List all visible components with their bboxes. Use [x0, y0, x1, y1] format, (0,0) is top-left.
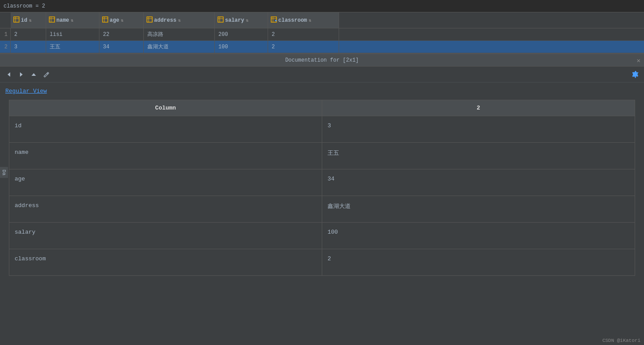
row-num-2: 2 — [0, 41, 11, 53]
detail-row[interactable]: id 3 — [9, 116, 635, 143]
svg-rect-15 — [271, 17, 277, 22]
detail-col-name: salary — [9, 223, 322, 249]
main-container: classroom = 2 id ⇅ — [0, 0, 644, 345]
data-rows: 1 2 lisi 22 高凉路 200 2 2 3 王五 34 鑫湖大道 100… — [0, 28, 644, 53]
col-header-id[interactable]: id ⇅ — [11, 12, 46, 28]
cell-salary-1: 200 — [215, 28, 268, 40]
doc-panel: Documentation for [2x1] ✕ — [0, 53, 644, 345]
cell-salary-2: 100 — [215, 41, 268, 53]
detail-col-name: name — [9, 143, 322, 169]
sort-arrow-salary: ⇅ — [246, 18, 249, 23]
col-filter-icon-classroom — [271, 16, 277, 24]
svg-marker-19 — [8, 72, 10, 77]
up-button[interactable] — [28, 69, 39, 80]
col-header-classroom[interactable]: classroom ⇅ — [268, 12, 339, 28]
detail-col-header: Column — [9, 100, 322, 116]
detail-row[interactable]: age 34 — [9, 169, 635, 196]
cell-classroom-1: 2 — [268, 28, 339, 40]
detail-col-name: age — [9, 169, 322, 196]
svg-rect-12 — [218, 17, 223, 22]
detail-table: Column 2 id 3 name 王五 age 34 address 鑫湖大… — [9, 100, 635, 276]
top-bar: classroom = 2 — [0, 0, 644, 12]
col-table-icon-address — [146, 16, 153, 24]
table-row[interactable]: 1 2 lisi 22 高凉路 200 2 — [0, 28, 644, 41]
sort-arrow-classroom: ⇅ — [309, 18, 312, 23]
col-table-icon-salary — [217, 16, 224, 24]
cell-name-1: lisi — [46, 28, 99, 40]
forward-button[interactable] — [16, 69, 27, 80]
back-button[interactable] — [4, 69, 14, 80]
col-label-classroom: classroom — [278, 17, 307, 24]
close-icon[interactable]: ✕ — [637, 56, 640, 64]
cell-address-1: 高凉路 — [144, 28, 215, 40]
col-table-icon-name — [49, 16, 55, 24]
doc-toolbar — [0, 67, 644, 82]
sort-arrow-address: ⇅ — [178, 18, 181, 23]
cell-classroom-2: 2 — [268, 41, 339, 53]
cell-age-1: 22 — [99, 28, 144, 40]
col-label-name: name — [56, 17, 69, 24]
col-label-salary: salary — [225, 17, 244, 24]
col-label-address: address — [154, 17, 176, 24]
detail-col-value: 2 — [322, 249, 635, 276]
sort-arrow-name: ⇅ — [71, 18, 74, 23]
svg-marker-21 — [32, 73, 36, 76]
svg-rect-0 — [14, 17, 19, 22]
detail-row[interactable]: salary 100 — [9, 223, 635, 249]
edit-button[interactable] — [41, 69, 51, 80]
watermark: CSDN @iKatori — [602, 338, 640, 343]
svg-rect-3 — [49, 17, 55, 22]
doc-title-bar: Documentation for [2x1] ✕ — [0, 54, 644, 67]
table-header: id ⇅ name ⇅ age — [0, 12, 644, 28]
detail-col-name: address — [9, 196, 322, 223]
col-table-icon — [13, 16, 20, 24]
detail-col-name: id — [9, 116, 322, 143]
cell-name-2: 王五 — [46, 41, 99, 53]
detail-col-name: classroom — [9, 249, 322, 276]
col-table-icon-age — [102, 16, 108, 24]
regular-view-container: Regular View — [0, 82, 644, 100]
detail-col-value: 3 — [322, 116, 635, 143]
detail-row[interactable]: classroom 2 — [9, 249, 635, 276]
col-label-id: id — [21, 17, 27, 24]
left-side-label[interactable]: Da — [0, 167, 8, 178]
row-num-1: 1 — [0, 28, 11, 40]
svg-marker-18 — [275, 20, 277, 21]
svg-rect-9 — [147, 17, 152, 22]
detail-col-value: 王五 — [322, 143, 635, 169]
svg-marker-20 — [20, 72, 23, 77]
settings-icon[interactable] — [630, 69, 640, 80]
cell-id-1: 2 — [11, 28, 46, 40]
regular-view-link[interactable]: Regular View — [0, 84, 52, 98]
doc-title: Documentation for [2x1] — [285, 57, 359, 63]
detail-col-value: 100 — [322, 223, 635, 249]
col-header-age[interactable]: age ⇅ — [99, 12, 144, 28]
col-header-name[interactable]: name ⇅ — [46, 12, 99, 28]
detail-val-header: 2 — [322, 100, 635, 116]
col-header-address[interactable]: address ⇅ — [144, 12, 215, 28]
sort-arrow-id: ⇅ — [29, 18, 32, 23]
table-row[interactable]: 2 3 王五 34 鑫湖大道 100 2 — [0, 41, 644, 53]
detail-col-value: 鑫湖大道 — [322, 196, 635, 223]
svg-rect-6 — [103, 17, 108, 22]
detail-row[interactable]: name 王五 — [9, 143, 635, 169]
cell-address-2: 鑫湖大道 — [144, 41, 215, 53]
cell-age-2: 34 — [99, 41, 144, 53]
col-label-age: age — [110, 17, 119, 24]
detail-row[interactable]: address 鑫湖大道 — [9, 196, 635, 223]
detail-col-value: 34 — [322, 169, 635, 196]
cell-id-2: 3 — [11, 41, 46, 53]
col-header-salary[interactable]: salary ⇅ — [215, 12, 268, 28]
sort-arrow-age: ⇅ — [121, 18, 124, 23]
top-bar-title: classroom = 2 — [4, 3, 45, 9]
